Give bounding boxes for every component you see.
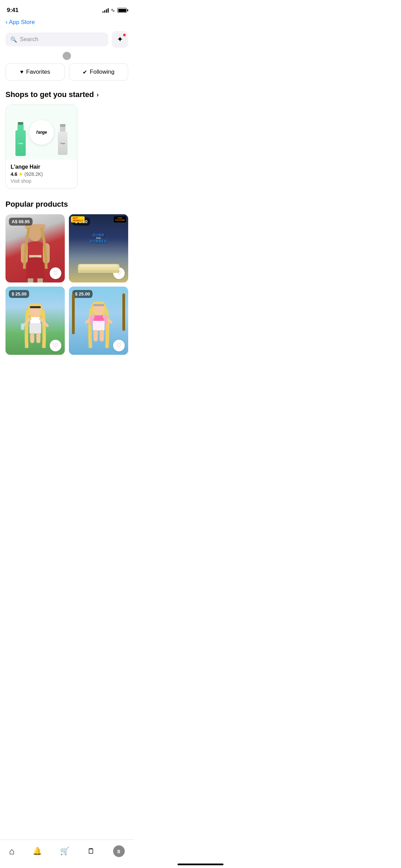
search-icon: 🔍 [10,36,17,43]
shop-card-info: L'ange Hair 4.6 ★ (928.2K) Visit shop [6,160,77,189]
visit-shop-link[interactable]: Visit shop [11,178,72,184]
svg-rect-27 [100,330,104,341]
svg-rect-6 [37,278,43,282]
price-text-4: $ 25.00 [75,291,90,297]
favorites-label: Favorites [26,69,50,75]
rating-count: (928.2K) [24,171,43,177]
search-bar[interactable]: 🔍 Search [5,33,108,46]
heart-icon-1: ♡ [53,270,58,276]
signal-bars-icon [102,8,109,13]
search-placeholder: Search [20,36,38,43]
svg-rect-13 [29,323,41,334]
search-area: 🔍 Search ✦ [0,28,134,52]
svg-rect-15 [36,333,40,343]
status-bar: 9:41 ∿ [0,0,134,17]
slider-indicator [0,52,134,63]
price-text-3: $ 25.00 [12,291,26,297]
svg-rect-20 [93,315,104,322]
svg-rect-10 [30,317,40,324]
shop-rating: 4.6 ★ (928.2K) [11,171,72,177]
product-card-1[interactable]: A$ 69.95 ♡ [5,214,65,282]
bottle-right: l'ange [58,124,68,155]
wishlist-button-1[interactable]: ♡ [50,267,61,279]
shop-card-image: l'ange l'ange l'ange [6,105,77,160]
nav-bar: ‹ App Store [0,17,134,28]
lange-scene: l'ange l'ange l'ange [6,105,77,160]
svg-rect-5 [28,278,33,282]
shop-name: L'ange Hair [11,164,72,170]
products-grid: A$ 69.95 ♡ HOTWHEELS POPCULTURE [5,214,128,355]
rating-value: 4.6 [11,171,17,177]
shops-arrow-icon[interactable]: › [97,91,99,98]
price-badge-1: A$ 69.95 [9,218,33,226]
battery-icon [117,8,127,13]
following-label: Following [90,69,114,75]
star-icon: ★ [19,171,23,177]
heart-icon: ♥ [20,69,24,75]
popular-products-section: Popular products [0,200,134,355]
back-label: App Store [9,19,35,26]
svg-point-1 [29,228,41,241]
svg-rect-9 [30,306,41,308]
heart-icon-4: ♡ [117,342,121,349]
price-text-1: A$ 69.95 [12,219,30,224]
sparkle-icon: ✦ [117,35,123,44]
product-card-2[interactable]: HOTWHEELS POPCULTURE DUMB AND DUMBER [69,214,128,282]
svg-rect-25 [93,321,105,330]
following-tab[interactable]: ✔ Following [69,63,128,81]
sparkle-button[interactable]: ✦ [112,31,128,48]
product-card-3[interactable]: $ 25.00 ♡ [5,287,65,355]
price-badge-3: $ 25.00 [9,290,29,298]
checkmark-icon: ✔ [83,69,87,75]
shops-title: Shops to get you started [5,90,94,99]
favorites-tab[interactable]: ♥ Favorites [5,63,65,81]
back-button[interactable]: ‹ App Store [5,19,35,26]
status-time: 9:41 [7,7,19,14]
svg-rect-19 [93,304,104,306]
product-card-4[interactable]: $ 25.00 ♡ [69,287,128,355]
wifi-icon: ∿ [111,7,115,13]
svg-rect-16 [21,323,24,330]
svg-rect-14 [30,333,34,343]
slider-dot [63,52,71,60]
lange-logo: l'ange [29,120,54,145]
notification-dot [123,33,126,37]
back-chevron-icon: ‹ [5,19,8,26]
tab-buttons: ♥ Favorites ✔ Following [0,63,134,81]
shops-section-header: Shops to get you started › [0,90,134,99]
status-icons: ∿ [102,7,127,13]
svg-rect-26 [94,330,98,341]
shops-scroll: l'ange l'ange l'ange [0,105,134,189]
shop-card-lange[interactable]: l'ange l'ange l'ange [5,105,77,189]
heart-icon-3: ♡ [53,342,58,349]
bottle-left: l'ange [15,122,26,156]
popular-title: Popular products [5,200,128,209]
price-badge-4: $ 25.00 [72,290,93,298]
